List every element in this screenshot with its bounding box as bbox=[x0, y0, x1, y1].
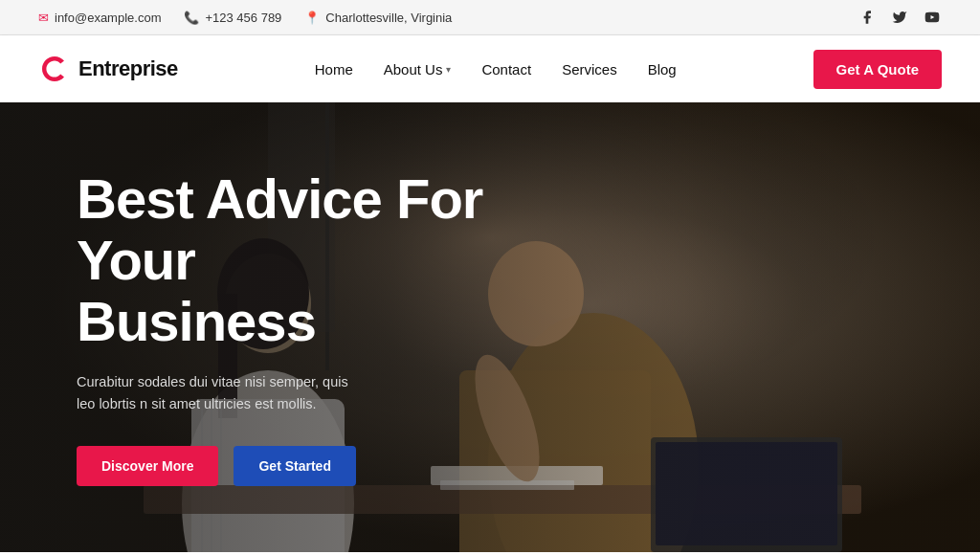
top-bar-contact: ✉ info@example.com 📞 +123 456 789 📍 Char… bbox=[38, 11, 452, 25]
location-contact: 📍 Charlottesville, Virginia bbox=[304, 11, 452, 25]
nav-contact[interactable]: Contact bbox=[481, 61, 531, 78]
chevron-down-icon: ▾ bbox=[446, 64, 451, 75]
nav-blog[interactable]: Blog bbox=[648, 61, 677, 78]
logo-icon bbox=[38, 53, 71, 85]
top-bar: ✉ info@example.com 📞 +123 456 789 📍 Char… bbox=[0, 0, 980, 35]
nav-contact-link[interactable]: Contact bbox=[481, 61, 531, 78]
hero-buttons: Discover More Get Started bbox=[77, 446, 498, 486]
location-icon: 📍 bbox=[304, 11, 320, 25]
get-started-button[interactable]: Get Started bbox=[234, 446, 355, 486]
social-links bbox=[858, 8, 942, 27]
twitter-icon[interactable] bbox=[890, 8, 909, 27]
nav-blog-link[interactable]: Blog bbox=[648, 61, 677, 78]
nav-links: Home About Us ▾ Contact Services Blog bbox=[315, 61, 677, 78]
discover-more-button[interactable]: Discover More bbox=[77, 446, 218, 486]
logo-name: Entreprise bbox=[78, 56, 178, 81]
email-contact[interactable]: ✉ info@example.com bbox=[38, 11, 161, 25]
youtube-icon[interactable] bbox=[923, 8, 942, 27]
navbar: Entreprise Home About Us ▾ Contact Servi… bbox=[0, 35, 980, 102]
get-quote-button[interactable]: Get A Quote bbox=[813, 50, 942, 89]
hero-subtitle: Curabitur sodales dui vitae nisi semper,… bbox=[77, 371, 364, 415]
hero-title: Best Advice For Your Business bbox=[77, 168, 498, 351]
nav-home-link[interactable]: Home bbox=[315, 61, 353, 78]
facebook-icon[interactable] bbox=[858, 8, 877, 27]
nav-about[interactable]: About Us ▾ bbox=[384, 61, 452, 78]
phone-icon: 📞 bbox=[184, 11, 199, 25]
hero-section: Best Advice For Your Business Curabitur … bbox=[0, 102, 980, 552]
nav-home[interactable]: Home bbox=[315, 61, 353, 78]
phone-text: +123 456 789 bbox=[205, 11, 281, 25]
nav-services[interactable]: Services bbox=[562, 61, 617, 78]
hero-content: Best Advice For Your Business Curabitur … bbox=[0, 168, 498, 486]
nav-services-link[interactable]: Services bbox=[562, 61, 617, 78]
logo[interactable]: Entreprise bbox=[38, 53, 178, 85]
email-text: info@example.com bbox=[55, 11, 161, 25]
email-icon: ✉ bbox=[38, 11, 49, 25]
location-text: Charlottesville, Virginia bbox=[325, 11, 452, 25]
nav-about-link[interactable]: About Us ▾ bbox=[384, 61, 452, 78]
phone-contact[interactable]: 📞 +123 456 789 bbox=[184, 11, 281, 25]
